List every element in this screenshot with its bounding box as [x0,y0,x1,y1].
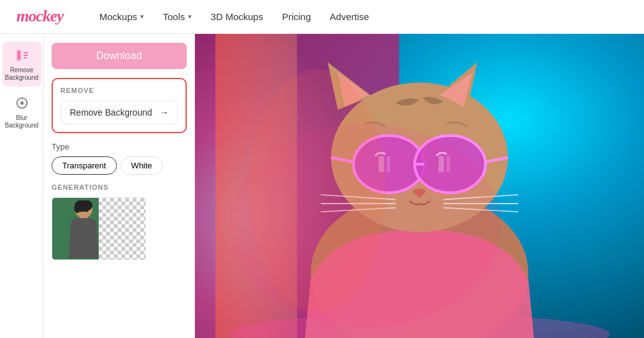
svg-point-43 [250,69,386,313]
icon-sidebar: Remove Background Blur Background [0,34,44,338]
nav-pricing[interactable]: Pricing [274,8,318,26]
chevron-down-icon: ▾ [140,13,144,21]
logo[interactable]: mockey [15,3,72,31]
remove-card: REMOVE Remove Background → [52,78,187,133]
canvas-area [195,34,644,338]
remove-background-button[interactable]: Remove Background → [60,101,178,124]
panel: Download REMOVE Remove Background → Type… [44,34,195,338]
main-nav: Mockups ▾ Tools ▾ 3D Mockups Pricing Adv… [92,8,377,26]
generation-thumbnail[interactable] [52,197,146,260]
nav-tools[interactable]: Tools ▾ [155,8,199,26]
svg-text:mockey: mockey [16,7,64,25]
svg-point-14 [86,209,88,212]
sidebar-tool-label: Blur Background [5,114,38,129]
header: mockey Mockups ▾ Tools ▾ 3D Mockups Pric… [0,0,644,34]
type-white-button[interactable]: White [121,156,163,175]
nav-advertise[interactable]: Advertise [322,8,377,26]
generations-section: GENERATIONS [52,183,187,260]
sidebar-item-remove-bg[interactable]: Remove Background [3,41,42,87]
main-layout: Remove Background Blur Background Downlo… [0,34,644,338]
cat-image [195,34,644,338]
blur-bg-icon [13,94,31,112]
svg-point-13 [79,209,82,212]
person-silhouette [60,200,107,258]
svg-rect-2 [18,51,20,60]
nav-mockups[interactable]: Mockups ▾ [92,8,152,26]
type-options: Transparent White [52,156,187,175]
generation-image [52,198,145,259]
remove-section-title: REMOVE [60,87,178,94]
sidebar-item-blur-bg[interactable]: Blur Background [3,89,42,134]
type-section: Type Transparent White [52,142,187,175]
chevron-down-icon: ▾ [188,13,192,21]
remove-bg-icon [13,46,31,64]
nav-3d-mockups[interactable]: 3D Mockups [203,8,270,26]
arrow-icon: → [160,107,169,117]
sidebar-tool-label: Remove Background [5,67,38,82]
generations-title: GENERATIONS [52,183,187,191]
type-label: Type [52,142,187,151]
cat-scene [195,34,644,338]
type-transparent-button[interactable]: Transparent [52,156,117,175]
download-button[interactable]: Download [52,43,187,69]
